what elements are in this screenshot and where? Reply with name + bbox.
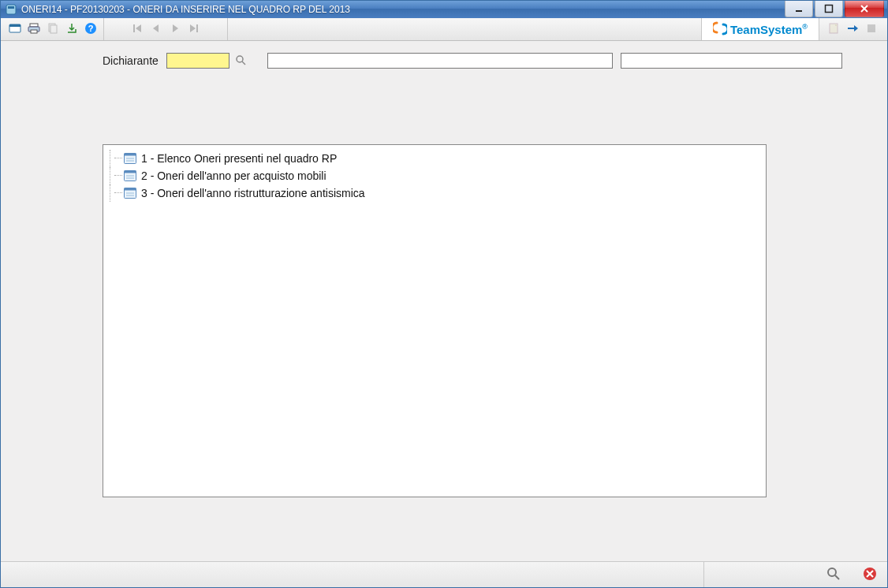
- svg-point-22: [237, 56, 243, 62]
- status-close-button[interactable]: [862, 567, 878, 582]
- app-icon: [6, 4, 17, 15]
- stop-icon: [865, 22, 878, 37]
- toolbar-group-nav: [104, 18, 228, 40]
- toolbar: ?: [1, 18, 887, 41]
- tree-connector: [114, 192, 122, 194]
- nav-next-button: [166, 20, 184, 38]
- svg-point-36: [828, 568, 836, 576]
- descrizione1-input[interactable]: [267, 53, 613, 69]
- svg-line-37: [835, 575, 839, 579]
- status-left: [1, 562, 704, 587]
- close-button[interactable]: [845, 1, 884, 17]
- svg-rect-21: [867, 24, 875, 32]
- svg-marker-17: [190, 24, 196, 32]
- dichiarante-row: Dichiarante: [2, 53, 886, 69]
- nav-next-icon: [170, 23, 181, 36]
- svg-marker-20: [854, 25, 858, 32]
- copy-icon: [47, 22, 59, 37]
- svg-rect-1: [8, 6, 14, 9]
- open-icon: [9, 22, 21, 37]
- svg-line-23: [242, 61, 245, 65]
- app-window: ONERI14 - PF20130203 - ONERI DA INSERIRE…: [0, 0, 888, 588]
- copy-button: [44, 20, 62, 38]
- svg-rect-8: [31, 30, 37, 33]
- brand-text: TeamSystem®: [730, 23, 808, 36]
- svg-rect-0: [6, 5, 16, 14]
- form-icon: [124, 153, 136, 164]
- tree-connector: [114, 158, 122, 159]
- nav-first-button: [129, 20, 146, 38]
- status-right: [704, 562, 887, 587]
- window-title: ONERI14 - PF20130203 - ONERI DA INSERIRE…: [21, 4, 350, 15]
- svg-marker-16: [173, 24, 178, 32]
- svg-rect-5: [9, 24, 21, 27]
- svg-rect-25: [125, 154, 136, 156]
- svg-rect-10: [50, 25, 57, 33]
- print-button[interactable]: [25, 20, 43, 38]
- brand-reg: ®: [802, 23, 808, 31]
- form-icon: [124, 188, 136, 199]
- tree-item-label: 3 - Oneri dell'anno ristrutturazione ant…: [141, 187, 365, 199]
- tree-panel: 1 - Elenco Oneri presenti nel quadro RP …: [103, 144, 767, 497]
- brand: TeamSystem®: [701, 18, 819, 40]
- tree-item-2[interactable]: 2 - Oneri dell'anno per acquisto mobili: [106, 167, 763, 184]
- dichiarante-input[interactable]: [166, 53, 229, 69]
- search-icon: [235, 54, 246, 68]
- toolbar-right: TeamSystem®: [701, 18, 886, 40]
- tree-item-3[interactable]: 3 - Oneri dell'anno ristrutturazione ant…: [106, 184, 763, 202]
- svg-text:?: ?: [88, 24, 94, 33]
- svg-rect-6: [30, 24, 38, 27]
- help-icon: ?: [84, 22, 97, 37]
- stop-button: [863, 20, 880, 38]
- svg-marker-14: [136, 24, 141, 32]
- nav-prev-icon: [151, 23, 162, 36]
- maximize-button[interactable]: [815, 1, 843, 17]
- minimize-button[interactable]: [785, 1, 813, 17]
- window-buttons: [785, 1, 887, 17]
- send-icon: [846, 22, 859, 37]
- svg-rect-13: [133, 24, 135, 32]
- tree-item-label: 1 - Elenco Oneri presenti nel quadro RP: [141, 152, 337, 165]
- tree-item-label: 2 - Oneri dell'anno per acquisto mobili: [141, 169, 326, 182]
- open-button[interactable]: [6, 20, 24, 38]
- tree-connector: [114, 175, 122, 177]
- export-icon: [65, 22, 78, 37]
- svg-rect-3: [826, 6, 833, 13]
- status-search-button[interactable]: [826, 567, 841, 582]
- toolbar-group-right: [819, 18, 886, 40]
- close-icon: [863, 567, 877, 583]
- svg-rect-18: [196, 24, 198, 32]
- dichiarante-label: Dichiarante: [103, 54, 159, 67]
- tree-item-1[interactable]: 1 - Elenco Oneri presenti nel quadro RP: [106, 150, 763, 167]
- svg-rect-29: [125, 171, 136, 173]
- help-button[interactable]: ?: [82, 20, 99, 38]
- note-button: [825, 20, 842, 38]
- nav-first-icon: [132, 23, 143, 36]
- search-icon: [826, 567, 841, 583]
- statusbar: [1, 561, 887, 587]
- brand-name: TeamSystem: [730, 23, 802, 36]
- print-icon: [28, 22, 40, 37]
- svg-rect-33: [125, 188, 136, 191]
- nav-last-icon: [188, 23, 200, 36]
- descrizione2-input[interactable]: [621, 53, 842, 69]
- nav-prev-button: [147, 20, 165, 38]
- form-icon: [124, 170, 136, 181]
- svg-marker-15: [153, 24, 159, 32]
- dichiarante-lookup-button[interactable]: [234, 54, 247, 67]
- svg-rect-2: [796, 10, 802, 12]
- toolbar-group-1: ?: [2, 18, 104, 40]
- client-area: Dichiarante 1 - Elenco Oneri presenti ne…: [1, 41, 887, 561]
- brand-icon: [713, 21, 727, 38]
- titlebar: ONERI14 - PF20130203 - ONERI DA INSERIRE…: [1, 1, 887, 18]
- nav-last-button: [185, 20, 203, 38]
- note-icon: [827, 22, 840, 37]
- export-button[interactable]: [63, 20, 80, 38]
- send-button[interactable]: [844, 20, 861, 38]
